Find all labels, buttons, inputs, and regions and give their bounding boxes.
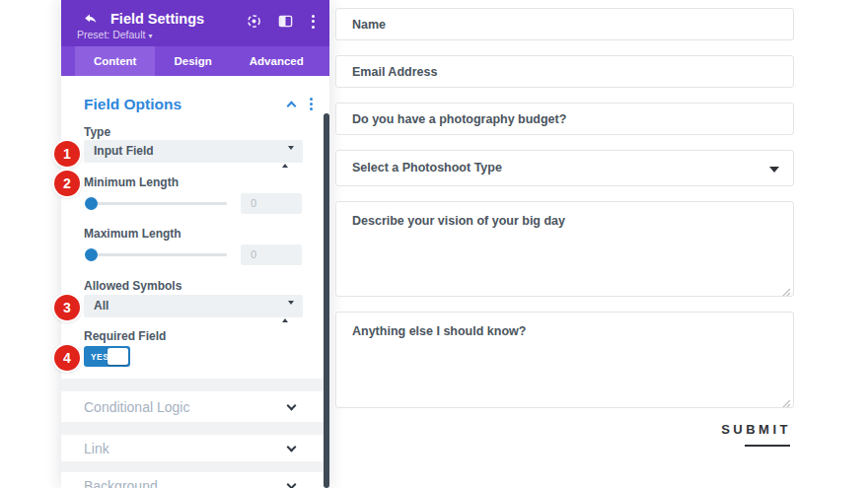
section-divider: [61, 379, 329, 391]
anything-else-textarea[interactable]: [336, 313, 793, 407]
name-field[interactable]: [335, 8, 794, 40]
max-length-slider-knob[interactable]: [85, 248, 98, 261]
photoshoot-type-select[interactable]: Select a Photoshoot Type: [335, 150, 794, 186]
dropdown-arrow-icon: [769, 167, 779, 173]
type-dropdown[interactable]: Input Field: [84, 140, 303, 163]
annotation-badge-1: 1: [54, 141, 80, 167]
annotation-badge-3: 3: [54, 295, 80, 320]
chevron-up-icon: [287, 102, 297, 111]
submit-label: SUBMIT: [721, 422, 791, 437]
section-divider: [61, 422, 329, 435]
tab-design[interactable]: Design: [155, 46, 230, 76]
max-length-value-input[interactable]: [241, 244, 302, 265]
toggle-yes-label: YES: [91, 352, 108, 362]
min-length-value-input[interactable]: [241, 193, 302, 214]
back-icon[interactable]: [82, 12, 99, 27]
toggle-knob: [108, 348, 128, 365]
section-divider: [61, 461, 329, 472]
tab-advanced[interactable]: Advanced: [231, 46, 323, 76]
required-field-toggle[interactable]: YES: [84, 346, 130, 367]
resize-handle-icon[interactable]: [781, 395, 791, 405]
type-dropdown-value: Input Field: [94, 144, 154, 158]
field-settings-panel: Field Settings Preset: Default▾ Content: [61, 0, 329, 488]
panel-title: Field Settings: [110, 11, 204, 27]
anything-else-textarea-wrap: [335, 312, 794, 408]
email-field[interactable]: [335, 55, 794, 88]
select-caret-icon: [282, 146, 294, 169]
annotation-badge-2: 2: [54, 171, 80, 196]
allowed-symbols-dropdown[interactable]: All: [84, 295, 303, 317]
panel-header: Field Settings Preset: Default▾: [61, 0, 329, 46]
photoshoot-type-value: Select a Photoshoot Type: [352, 161, 502, 174]
select-caret-icon: [282, 301, 294, 323]
options-menu-icon[interactable]: [310, 98, 313, 110]
chevron-down-icon: [287, 442, 297, 452]
chevron-down-icon: [287, 480, 297, 488]
allowed-symbols-label: Allowed Symbols: [84, 279, 181, 293]
contact-form-preview: Select a Photoshoot Type SUBMIT: [335, 0, 794, 488]
section-background[interactable]: Background: [61, 472, 329, 488]
annotation-badge-4: 4: [54, 345, 80, 371]
min-length-slider-knob[interactable]: [85, 197, 98, 210]
budget-field[interactable]: [335, 103, 794, 135]
min-length-slider[interactable]: [89, 202, 227, 205]
submit-button[interactable]: SUBMIT: [721, 422, 791, 447]
section-title-text: Conditional Logic: [84, 399, 189, 415]
split-view-icon[interactable]: [278, 14, 293, 29]
min-length-label: Minimum Length: [84, 175, 179, 189]
section-link[interactable]: Link: [61, 435, 329, 461]
type-label: Type: [84, 125, 110, 139]
submit-underline: [745, 445, 790, 447]
resize-handle-icon[interactable]: [781, 284, 791, 294]
max-length-slider[interactable]: [89, 253, 227, 256]
preset-selector[interactable]: Preset: Default▾: [77, 29, 152, 40]
vision-textarea-wrap: [335, 201, 794, 297]
settings-tabs: Content Design Advanced: [61, 46, 329, 76]
chevron-down-icon: [287, 400, 297, 410]
vision-textarea[interactable]: [336, 202, 793, 296]
section-title-text: Link: [84, 441, 109, 456]
tab-content[interactable]: Content: [75, 46, 155, 76]
required-field-label: Required Field: [84, 329, 166, 343]
header-actions: [247, 14, 317, 29]
preset-caret-icon: ▾: [148, 32, 152, 40]
collapse-section-button[interactable]: [288, 103, 295, 109]
max-length-label: Maximum Length: [84, 227, 181, 241]
section-conditional-logic[interactable]: Conditional Logic: [61, 391, 329, 422]
kebab-menu-icon[interactable]: [310, 15, 317, 29]
focus-icon[interactable]: [247, 14, 261, 29]
field-options-heading: Field Options: [84, 96, 181, 113]
panel-scrollbar[interactable]: [324, 113, 329, 488]
section-title-text: Background: [84, 478, 158, 488]
screen: Field Settings Preset: Default▾ Content: [0, 0, 868, 488]
allowed-symbols-value: All: [94, 299, 108, 313]
